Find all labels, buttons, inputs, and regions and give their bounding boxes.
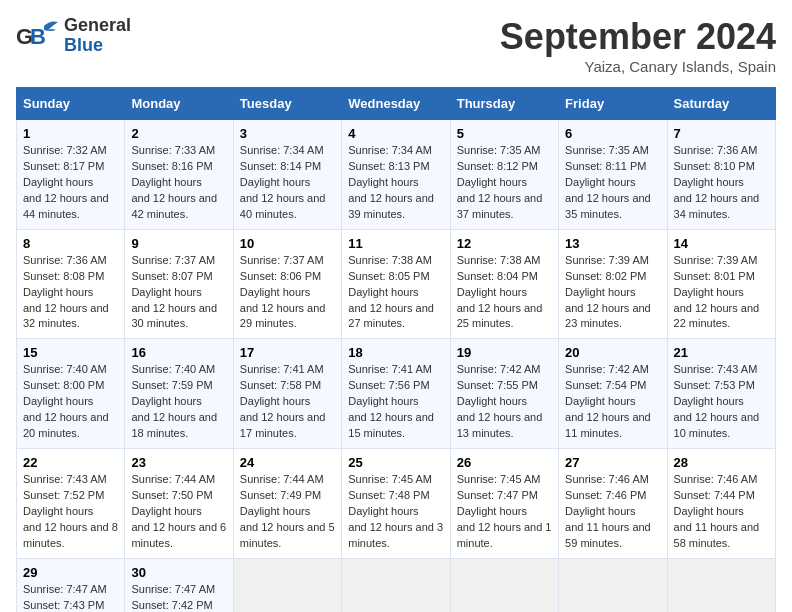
day-info: Sunrise: 7:36 AM Sunset: 8:10 PM Dayligh… — [674, 143, 769, 223]
calendar-cell — [667, 558, 775, 612]
calendar-week-row: 22 Sunrise: 7:43 AM Sunset: 7:52 PM Dayl… — [17, 449, 776, 559]
calendar-cell: 23 Sunrise: 7:44 AM Sunset: 7:50 PM Dayl… — [125, 449, 233, 559]
day-info: Sunrise: 7:36 AM Sunset: 8:08 PM Dayligh… — [23, 253, 118, 333]
day-number: 29 — [23, 565, 118, 580]
day-info: Sunrise: 7:34 AM Sunset: 8:13 PM Dayligh… — [348, 143, 443, 223]
calendar-cell — [342, 558, 450, 612]
day-number: 6 — [565, 126, 660, 141]
day-info: Sunrise: 7:38 AM Sunset: 8:05 PM Dayligh… — [348, 253, 443, 333]
calendar-cell: 30 Sunrise: 7:47 AM Sunset: 7:42 PM Dayl… — [125, 558, 233, 612]
day-info: Sunrise: 7:42 AM Sunset: 7:54 PM Dayligh… — [565, 362, 660, 442]
calendar-cell: 16 Sunrise: 7:40 AM Sunset: 7:59 PM Dayl… — [125, 339, 233, 449]
calendar-cell: 21 Sunrise: 7:43 AM Sunset: 7:53 PM Dayl… — [667, 339, 775, 449]
day-info: Sunrise: 7:47 AM Sunset: 7:43 PM Dayligh… — [23, 582, 118, 612]
col-monday: Monday — [125, 88, 233, 120]
logo-line1: General — [64, 16, 131, 36]
calendar-cell: 6 Sunrise: 7:35 AM Sunset: 8:11 PM Dayli… — [559, 120, 667, 230]
calendar-cell: 3 Sunrise: 7:34 AM Sunset: 8:14 PM Dayli… — [233, 120, 341, 230]
day-info: Sunrise: 7:32 AM Sunset: 8:17 PM Dayligh… — [23, 143, 118, 223]
calendar-cell: 4 Sunrise: 7:34 AM Sunset: 8:13 PM Dayli… — [342, 120, 450, 230]
calendar-cell: 1 Sunrise: 7:32 AM Sunset: 8:17 PM Dayli… — [17, 120, 125, 230]
day-number: 12 — [457, 236, 552, 251]
calendar-cell: 13 Sunrise: 7:39 AM Sunset: 8:02 PM Dayl… — [559, 229, 667, 339]
calendar-cell: 5 Sunrise: 7:35 AM Sunset: 8:12 PM Dayli… — [450, 120, 558, 230]
calendar-cell: 27 Sunrise: 7:46 AM Sunset: 7:46 PM Dayl… — [559, 449, 667, 559]
col-sunday: Sunday — [17, 88, 125, 120]
day-number: 14 — [674, 236, 769, 251]
calendar-cell — [233, 558, 341, 612]
day-info: Sunrise: 7:45 AM Sunset: 7:47 PM Dayligh… — [457, 472, 552, 552]
day-info: Sunrise: 7:35 AM Sunset: 8:12 PM Dayligh… — [457, 143, 552, 223]
day-info: Sunrise: 7:39 AM Sunset: 8:01 PM Dayligh… — [674, 253, 769, 333]
calendar-cell: 26 Sunrise: 7:45 AM Sunset: 7:47 PM Dayl… — [450, 449, 558, 559]
day-info: Sunrise: 7:43 AM Sunset: 7:53 PM Dayligh… — [674, 362, 769, 442]
day-info: Sunrise: 7:44 AM Sunset: 7:49 PM Dayligh… — [240, 472, 335, 552]
calendar-cell: 15 Sunrise: 7:40 AM Sunset: 8:00 PM Dayl… — [17, 339, 125, 449]
calendar-cell — [559, 558, 667, 612]
day-number: 25 — [348, 455, 443, 470]
calendar-cell: 14 Sunrise: 7:39 AM Sunset: 8:01 PM Dayl… — [667, 229, 775, 339]
day-number: 23 — [131, 455, 226, 470]
day-info: Sunrise: 7:37 AM Sunset: 8:06 PM Dayligh… — [240, 253, 335, 333]
calendar-table: Sunday Monday Tuesday Wednesday Thursday… — [16, 87, 776, 612]
day-info: Sunrise: 7:37 AM Sunset: 8:07 PM Dayligh… — [131, 253, 226, 333]
day-number: 19 — [457, 345, 552, 360]
calendar-header-row: Sunday Monday Tuesday Wednesday Thursday… — [17, 88, 776, 120]
calendar-cell: 8 Sunrise: 7:36 AM Sunset: 8:08 PM Dayli… — [17, 229, 125, 339]
day-number: 26 — [457, 455, 552, 470]
calendar-cell: 18 Sunrise: 7:41 AM Sunset: 7:56 PM Dayl… — [342, 339, 450, 449]
day-info: Sunrise: 7:45 AM Sunset: 7:48 PM Dayligh… — [348, 472, 443, 552]
day-number: 10 — [240, 236, 335, 251]
day-info: Sunrise: 7:40 AM Sunset: 7:59 PM Dayligh… — [131, 362, 226, 442]
col-tuesday: Tuesday — [233, 88, 341, 120]
day-info: Sunrise: 7:35 AM Sunset: 8:11 PM Dayligh… — [565, 143, 660, 223]
title-block: September 2024 Yaiza, Canary Islands, Sp… — [500, 16, 776, 75]
page-header: G B General Blue September 2024 Yaiza, C… — [16, 16, 776, 75]
day-number: 18 — [348, 345, 443, 360]
logo: G B General Blue — [16, 16, 131, 56]
day-number: 1 — [23, 126, 118, 141]
col-friday: Friday — [559, 88, 667, 120]
day-number: 2 — [131, 126, 226, 141]
day-info: Sunrise: 7:47 AM Sunset: 7:42 PM Dayligh… — [131, 582, 226, 612]
calendar-cell: 22 Sunrise: 7:43 AM Sunset: 7:52 PM Dayl… — [17, 449, 125, 559]
day-number: 24 — [240, 455, 335, 470]
calendar-cell: 28 Sunrise: 7:46 AM Sunset: 7:44 PM Dayl… — [667, 449, 775, 559]
day-number: 22 — [23, 455, 118, 470]
col-saturday: Saturday — [667, 88, 775, 120]
calendar-week-row: 8 Sunrise: 7:36 AM Sunset: 8:08 PM Dayli… — [17, 229, 776, 339]
day-number: 30 — [131, 565, 226, 580]
calendar-cell: 24 Sunrise: 7:44 AM Sunset: 7:49 PM Dayl… — [233, 449, 341, 559]
day-info: Sunrise: 7:40 AM Sunset: 8:00 PM Dayligh… — [23, 362, 118, 442]
calendar-cell: 17 Sunrise: 7:41 AM Sunset: 7:58 PM Dayl… — [233, 339, 341, 449]
day-number: 27 — [565, 455, 660, 470]
day-number: 9 — [131, 236, 226, 251]
calendar-cell: 7 Sunrise: 7:36 AM Sunset: 8:10 PM Dayli… — [667, 120, 775, 230]
day-info: Sunrise: 7:46 AM Sunset: 7:46 PM Dayligh… — [565, 472, 660, 552]
day-number: 5 — [457, 126, 552, 141]
day-info: Sunrise: 7:46 AM Sunset: 7:44 PM Dayligh… — [674, 472, 769, 552]
calendar-week-row: 1 Sunrise: 7:32 AM Sunset: 8:17 PM Dayli… — [17, 120, 776, 230]
location: Yaiza, Canary Islands, Spain — [500, 58, 776, 75]
calendar-cell: 20 Sunrise: 7:42 AM Sunset: 7:54 PM Dayl… — [559, 339, 667, 449]
day-info: Sunrise: 7:44 AM Sunset: 7:50 PM Dayligh… — [131, 472, 226, 552]
day-number: 13 — [565, 236, 660, 251]
calendar-cell: 10 Sunrise: 7:37 AM Sunset: 8:06 PM Dayl… — [233, 229, 341, 339]
calendar-cell: 29 Sunrise: 7:47 AM Sunset: 7:43 PM Dayl… — [17, 558, 125, 612]
day-number: 21 — [674, 345, 769, 360]
day-info: Sunrise: 7:33 AM Sunset: 8:16 PM Dayligh… — [131, 143, 226, 223]
day-info: Sunrise: 7:39 AM Sunset: 8:02 PM Dayligh… — [565, 253, 660, 333]
calendar-cell: 19 Sunrise: 7:42 AM Sunset: 7:55 PM Dayl… — [450, 339, 558, 449]
day-number: 16 — [131, 345, 226, 360]
calendar-cell — [450, 558, 558, 612]
svg-text:B: B — [30, 24, 46, 49]
day-number: 15 — [23, 345, 118, 360]
calendar-cell: 11 Sunrise: 7:38 AM Sunset: 8:05 PM Dayl… — [342, 229, 450, 339]
day-info: Sunrise: 7:42 AM Sunset: 7:55 PM Dayligh… — [457, 362, 552, 442]
calendar-week-row: 15 Sunrise: 7:40 AM Sunset: 8:00 PM Dayl… — [17, 339, 776, 449]
day-info: Sunrise: 7:41 AM Sunset: 7:58 PM Dayligh… — [240, 362, 335, 442]
col-thursday: Thursday — [450, 88, 558, 120]
day-number: 28 — [674, 455, 769, 470]
calendar-cell: 12 Sunrise: 7:38 AM Sunset: 8:04 PM Dayl… — [450, 229, 558, 339]
day-info: Sunrise: 7:34 AM Sunset: 8:14 PM Dayligh… — [240, 143, 335, 223]
